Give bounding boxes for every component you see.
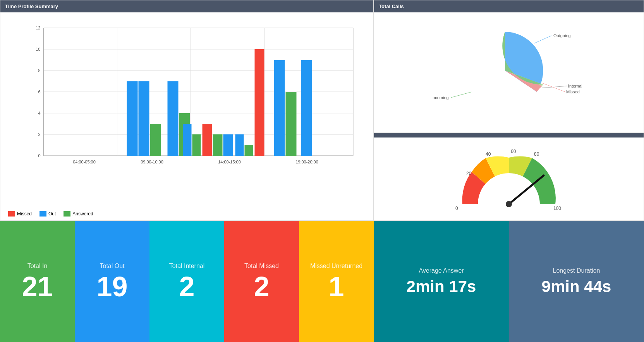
svg-rect-33 (223, 134, 233, 156)
stats-row: Total In 21 Total Out 19 Total Internal … (0, 221, 374, 342)
stat-value-total-internal: 2 (179, 273, 194, 301)
svg-rect-37 (274, 60, 285, 156)
svg-text:100: 100 (553, 206, 561, 211)
legend-answered-label: Answered (72, 211, 93, 217)
svg-text:Incoming: Incoming (431, 95, 449, 100)
duration-value-average-answer: 2min 17s (407, 277, 476, 296)
svg-text:12: 12 (36, 26, 40, 30)
svg-text:40: 40 (486, 151, 491, 157)
svg-rect-26 (150, 124, 161, 156)
missed-color-box (8, 211, 15, 217)
svg-text:6: 6 (38, 89, 40, 94)
svg-text:Outgoing: Outgoing (553, 33, 571, 38)
svg-text:4: 4 (38, 111, 40, 115)
svg-text:19:00-20:00: 19:00-20:00 (295, 160, 318, 164)
svg-text:Internal: Internal (568, 84, 582, 88)
svg-point-50 (506, 201, 512, 207)
chart-legend: Missed Out Answered (0, 207, 373, 220)
bar-chart-area: 0 2 4 6 8 10 12 04:00-05:00 09:00-10:00 … (0, 12, 373, 207)
duration-label-longest-duration: Longest Duration (553, 267, 600, 274)
svg-rect-29 (183, 124, 192, 156)
time-profile-panel: Time Profile Summary 0 2 4 6 8 (0, 0, 374, 221)
main-grid: Time Profile Summary 0 2 4 6 8 (0, 0, 644, 342)
stat-tile-total-out: Total Out 19 (75, 221, 149, 342)
stat-tile-total-missed: Total Missed 2 (224, 221, 299, 342)
svg-rect-39 (301, 60, 312, 156)
pie-chart-svg: Outgoing Internal Missed Incoming (428, 20, 590, 125)
stat-value-missed-unreturned: 1 (328, 273, 344, 301)
svg-text:10: 10 (36, 47, 40, 52)
svg-text:09:00-10:00: 09:00-10:00 (141, 160, 163, 164)
svg-text:80: 80 (534, 151, 539, 157)
duration-tile-average-answer: Average Answer 2min 17s (374, 221, 509, 342)
legend-out-label: Out (48, 211, 56, 217)
duration-value-longest-duration: 9min 44s (542, 277, 611, 296)
svg-rect-27 (168, 81, 179, 156)
gauge-area: 0 20 40 60 80 100 (374, 137, 644, 220)
svg-rect-25 (139, 81, 149, 156)
svg-line-40 (534, 36, 551, 43)
legend-missed-label: Missed (17, 211, 32, 217)
stat-label-total-internal: Total Internal (169, 263, 205, 270)
pie-chart-area: Outgoing Internal Missed Incoming (374, 12, 644, 132)
svg-rect-31 (203, 124, 212, 156)
svg-text:0: 0 (455, 206, 458, 211)
svg-rect-32 (213, 134, 223, 156)
stat-label-total-out: Total Out (100, 263, 124, 270)
bar-chart-svg: 0 2 4 6 8 10 12 04:00-05:00 09:00-10:00 … (16, 20, 366, 171)
time-profile-header: Time Profile Summary (0, 0, 373, 12)
svg-text:0: 0 (38, 153, 40, 158)
svg-line-44 (542, 83, 565, 92)
stat-tile-total-internal: Total Internal 2 (149, 221, 224, 342)
out-color-box (39, 211, 46, 217)
svg-rect-24 (127, 81, 138, 156)
svg-rect-36 (255, 49, 264, 156)
svg-text:14:00-15:00: 14:00-15:00 (218, 160, 241, 164)
legend-missed: Missed (8, 211, 32, 217)
svg-text:8: 8 (38, 68, 40, 73)
gauge-svg: 0 20 40 60 80 100 (443, 138, 575, 220)
duration-label-average-answer: Average Answer (419, 267, 464, 274)
duration-row: Average Answer 2min 17s Longest Duration… (374, 221, 644, 342)
total-calls-header: Total Calls (374, 0, 644, 12)
svg-text:Missed: Missed (566, 89, 580, 94)
svg-text:2: 2 (38, 132, 40, 137)
gauge-header (374, 133, 644, 137)
stat-label-missed-unreturned: Missed Unreturned (310, 263, 362, 270)
svg-text:20: 20 (466, 171, 472, 176)
legend-answered: Answered (64, 211, 93, 217)
stat-value-total-out: 19 (96, 273, 127, 301)
answered-color-box (64, 211, 70, 217)
svg-rect-34 (235, 134, 244, 156)
svg-rect-35 (245, 145, 253, 156)
svg-rect-30 (192, 134, 201, 156)
legend-out: Out (39, 211, 56, 217)
svg-text:04:00-05:00: 04:00-05:00 (73, 160, 96, 164)
total-calls-panel: Total Calls Outgoing (374, 0, 644, 221)
stat-value-total-in: 21 (22, 273, 53, 301)
stat-value-total-missed: 2 (254, 273, 269, 301)
svg-line-46 (451, 92, 472, 98)
stat-tile-missed-unreturned: Missed Unreturned 1 (299, 221, 374, 342)
svg-rect-38 (286, 92, 297, 156)
stat-label-total-missed: Total Missed (244, 263, 279, 270)
stat-label-total-in: Total In (27, 263, 48, 270)
duration-tile-longest-duration: Longest Duration 9min 44s (509, 221, 644, 342)
stat-tile-total-in: Total In 21 (0, 221, 75, 342)
svg-text:60: 60 (511, 149, 516, 154)
gauge-panel: 0 20 40 60 80 100 (374, 132, 644, 220)
